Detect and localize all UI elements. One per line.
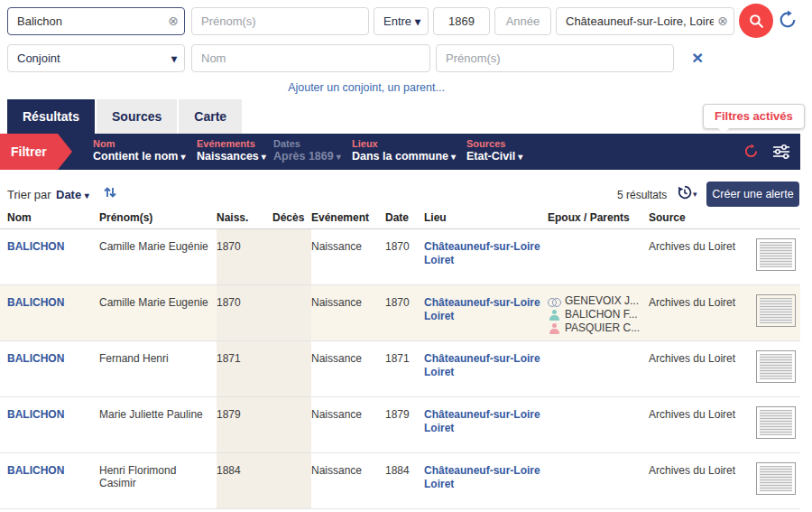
table-row: BALICHONCamille Marie Eugénie1870Naissan… xyxy=(0,229,800,285)
table-row: BALICHONFernand Henri1871Naissance1871Ch… xyxy=(0,341,800,397)
result-name-link[interactable]: BALICHON xyxy=(7,296,64,309)
result-event: Naissance xyxy=(311,229,385,284)
sort-select[interactable]: Date ▾ xyxy=(56,188,89,201)
result-firstnames: Camille Marie Eugénie xyxy=(99,229,217,284)
tab-sources[interactable]: Sources xyxy=(97,99,177,134)
col-header-deces: Décès xyxy=(272,211,311,224)
parent-line: PASQUIER C... xyxy=(548,321,643,335)
parent-name[interactable]: GENEVOIX J... xyxy=(565,294,639,308)
place-input[interactable] xyxy=(556,7,734,35)
table-header: Nom Prénom(s) Naiss. Décès Evénement Dat… xyxy=(0,211,800,229)
result-place-link[interactable]: Châteauneuf-sur-LoireLoiret xyxy=(424,408,540,435)
tab-carte[interactable]: Carte xyxy=(179,99,242,134)
result-firstnames: Marie Juliette Pauline xyxy=(99,397,217,452)
result-place-link[interactable]: Châteauneuf-sur-LoireLoiret xyxy=(424,296,540,323)
firstname-field xyxy=(191,7,369,35)
filter-label: Lieux xyxy=(352,138,456,149)
sort-direction-icon[interactable] xyxy=(103,185,117,203)
reset-search-icon[interactable] xyxy=(778,10,798,33)
chevron-down-icon: ▾ xyxy=(518,152,522,162)
record-thumbnail[interactable] xyxy=(756,406,796,439)
result-name-link[interactable]: BALICHON xyxy=(7,240,64,253)
filter-evenements[interactable]: Evénements Naissances▾ xyxy=(197,138,266,163)
refresh-filters-icon[interactable] xyxy=(743,144,759,163)
result-event: Naissance xyxy=(311,397,385,452)
record-thumbnail[interactable] xyxy=(756,462,796,495)
result-parents xyxy=(548,397,649,452)
filter-value: Contient le nom xyxy=(93,150,178,163)
year-to-field xyxy=(494,7,551,35)
result-death-year xyxy=(272,341,311,396)
result-date: 1870 xyxy=(385,229,424,284)
record-thumbnail[interactable] xyxy=(756,294,796,327)
result-birth-year: 1879 xyxy=(217,397,272,452)
filter-label: Evénements xyxy=(197,138,266,149)
year-from-input[interactable] xyxy=(433,7,490,35)
search-button[interactable] xyxy=(739,4,773,38)
result-death-year xyxy=(272,397,311,452)
sort-value: Date xyxy=(56,188,81,201)
result-birth-year: 1884 xyxy=(217,453,272,508)
chevron-down-icon: ▾ xyxy=(85,191,89,200)
relative-type-select[interactable]: Conjoint ▾ xyxy=(7,44,185,72)
clear-place-icon[interactable]: ⊗ xyxy=(717,14,728,28)
result-event: Naissance xyxy=(311,453,385,508)
result-death-year xyxy=(272,285,311,340)
search-history-icon[interactable]: ▾ xyxy=(677,184,697,204)
year-to-input[interactable] xyxy=(494,7,551,35)
result-birth-year: 1870 xyxy=(217,285,272,340)
result-parents: GENEVOIX J...BALICHON F...PASQUIER C... xyxy=(548,285,649,340)
result-date: 1879 xyxy=(385,397,424,452)
record-thumbnail[interactable] xyxy=(756,238,796,271)
surname-input[interactable] xyxy=(7,7,185,35)
remove-relative-icon[interactable]: × xyxy=(692,46,703,70)
relative-type-field: Conjoint ▾ xyxy=(7,44,185,72)
col-header-nom: Nom xyxy=(7,211,99,224)
create-alert-button[interactable]: Créer une alerte xyxy=(706,182,799,207)
table-row: BALICHONCamille Marie Eugenie1870Naissan… xyxy=(0,285,800,341)
result-firstnames: Henri Florimond Casimir xyxy=(99,453,217,508)
relative-surname-field xyxy=(191,44,430,72)
col-header-lieu: Lieu xyxy=(424,211,548,224)
result-place-link[interactable]: Châteauneuf-sur-LoireLoiret xyxy=(424,240,540,267)
year-from-field xyxy=(433,7,490,35)
add-relative-link[interactable]: Ajouter un conjoint, un parent... xyxy=(0,81,733,94)
person-teal-icon xyxy=(548,310,561,321)
result-source: Archives du Loiret xyxy=(649,229,756,284)
result-place-link[interactable]: Châteauneuf-sur-LoireLoiret xyxy=(424,352,540,379)
firstname-input[interactable] xyxy=(191,7,369,35)
result-name-link[interactable]: BALICHON xyxy=(7,464,64,477)
col-header-epoux-parents: Epoux / Parents xyxy=(548,211,649,224)
relative-firstname-input[interactable] xyxy=(436,44,674,72)
relative-firstname-field xyxy=(436,44,674,72)
parent-name[interactable]: BALICHON F... xyxy=(565,308,638,321)
filter-bar: Filtrer Nom Contient le nom▾ Evénements … xyxy=(0,134,800,170)
filters-active-badge[interactable]: Filtres activés xyxy=(703,104,805,129)
filter-lieux[interactable]: Lieux Dans la commune▾ xyxy=(352,138,456,163)
result-date: 1884 xyxy=(385,453,424,508)
chevron-down-icon: ▾ xyxy=(451,152,456,162)
tab-resultats[interactable]: Résultats xyxy=(7,99,95,134)
result-name-link[interactable]: BALICHON xyxy=(7,408,64,421)
result-death-year xyxy=(272,229,311,284)
relative-surname-input[interactable] xyxy=(191,44,430,72)
result-place-link[interactable]: Châteauneuf-sur-LoireLoiret xyxy=(424,464,540,491)
result-event: Naissance xyxy=(311,341,385,396)
result-birth-year: 1871 xyxy=(217,341,272,396)
parent-name[interactable]: PASQUIER C... xyxy=(565,321,640,335)
filter-dates[interactable]: Dates Après 1869▾ xyxy=(273,138,341,163)
sliders-settings-icon[interactable] xyxy=(773,144,789,163)
clear-surname-icon[interactable]: ⊗ xyxy=(168,14,179,28)
result-firstnames: Camille Marie Eugenie xyxy=(99,285,217,340)
result-name-link[interactable]: BALICHON xyxy=(7,352,64,365)
marriage-rings-icon xyxy=(548,296,561,307)
filter-sources[interactable]: Sources Etat-Civil▾ xyxy=(466,138,522,163)
filtrer-flag[interactable]: Filtrer xyxy=(0,134,72,170)
chevron-down-icon: ▾ xyxy=(171,52,177,65)
chevron-down-icon: ▾ xyxy=(180,152,185,162)
year-range-select[interactable]: Entre ▾ xyxy=(374,7,429,35)
record-thumbnail[interactable] xyxy=(756,350,796,383)
filter-value: Après 1869 xyxy=(273,150,334,163)
chevron-down-icon: ▾ xyxy=(415,15,420,28)
filter-nom[interactable]: Nom Contient le nom▾ xyxy=(93,138,185,163)
